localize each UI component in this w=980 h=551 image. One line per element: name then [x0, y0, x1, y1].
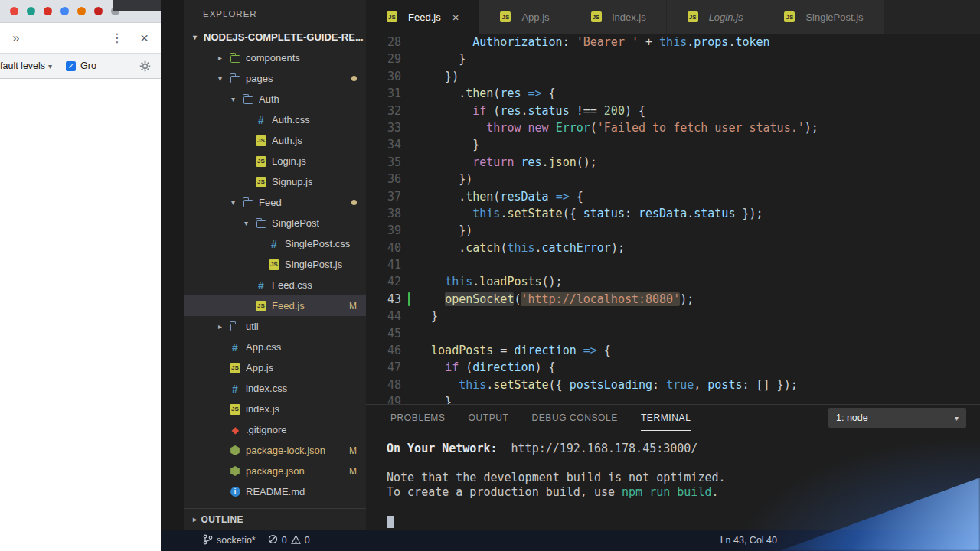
tree-item-Feed.js[interactable]: JSFeed.jsM: [184, 295, 366, 316]
problems-item[interactable]: 0 0: [268, 534, 310, 546]
gear-icon[interactable]: [139, 60, 151, 72]
code-token: status: [528, 104, 570, 118]
tree-item-Feed[interactable]: ▾Feed: [184, 192, 366, 213]
terminal-content[interactable]: On Your Network: http://192.168.178.45:3…: [366, 431, 980, 529]
code-line[interactable]: 46 loadPosts = direction => {: [366, 342, 980, 359]
code-line[interactable]: 36 }): [366, 171, 980, 187]
cursor-position[interactable]: Ln 43, Col 40: [720, 535, 777, 546]
log-levels-dropdown[interactable]: fault levels ▾: [0, 60, 52, 71]
line-number: 39: [366, 222, 417, 239]
git-branch-item[interactable]: socketio*: [203, 534, 256, 547]
line-number: 46: [366, 342, 417, 359]
panel-tab-terminal[interactable]: TERMINAL: [641, 405, 691, 431]
code-line[interactable]: 34 }: [366, 136, 980, 153]
tree-item-Feed.css[interactable]: #Feed.css: [184, 275, 366, 295]
group-checkbox-label[interactable]: Gro: [80, 60, 96, 71]
tree-item-index.js[interactable]: JSindex.js: [184, 399, 366, 419]
line-number: 42: [366, 273, 417, 290]
code-token: +: [639, 35, 659, 49]
code-line[interactable]: 28 Authorization: 'Bearer ' + this.props…: [366, 34, 980, 51]
tree-item-SinglePost[interactable]: ▾SinglePost: [184, 213, 366, 233]
tree-item-Login.js[interactable]: JSLogin.js: [184, 151, 366, 171]
close-icon[interactable]: ×: [452, 11, 459, 24]
tree-item-README.md[interactable]: iREADME.md: [184, 481, 366, 502]
tree-item-Auth.js[interactable]: JSAuth.js: [184, 130, 366, 151]
tree-item-components[interactable]: ▸components: [184, 47, 366, 68]
terminal-selector[interactable]: 1: node ▾: [828, 408, 966, 428]
code-token: props: [694, 35, 728, 49]
tree-item-pages[interactable]: ▾pages: [184, 68, 366, 89]
code-line[interactable]: 35 return res.json();: [366, 154, 980, 171]
tree-item-Auth[interactable]: ▾Auth: [184, 89, 366, 109]
line-number: 35: [366, 154, 417, 171]
code-line[interactable]: 29 }: [366, 51, 980, 67]
code-line[interactable]: 45: [366, 325, 980, 342]
code-line[interactable]: 44 }: [366, 308, 980, 324]
tree-item-SinglePost.css[interactable]: #SinglePost.css: [184, 233, 366, 254]
editor-code[interactable]: 28 Authorization: 'Bearer ' + this.props…: [366, 34, 980, 404]
favicon-4[interactable]: [60, 7, 69, 15]
tree-item-package-lock.json[interactable]: package-lock.jsonM: [184, 440, 366, 461]
code-line[interactable]: 43 openSocket('http://localhost:8080');: [366, 291, 980, 308]
file-tree: ▸components▾pages▾Auth#Auth.cssJSAuth.js…: [184, 47, 366, 508]
tab-Login.js[interactable]: JSLogin.js: [667, 0, 764, 34]
code-token: status: [694, 207, 735, 220]
code-line[interactable]: 37 .then(resData => {: [366, 188, 980, 205]
tab-App.js[interactable]: JSApp.js: [479, 0, 570, 34]
favicon-5[interactable]: [77, 7, 86, 15]
code-line[interactable]: 39 }): [366, 222, 980, 239]
code-line[interactable]: 32 if (res.status !== 200) {: [366, 103, 980, 119]
favicon-3[interactable]: [44, 7, 52, 15]
code-token: =>: [556, 190, 570, 204]
favicon-6[interactable]: [94, 7, 103, 15]
code-line[interactable]: 42 this.loadPosts();: [366, 273, 980, 290]
code-line[interactable]: 48 this.setState({ postsLoading: true, p…: [366, 377, 980, 393]
code-token: [417, 35, 472, 49]
js-file-icon: JS: [499, 11, 511, 23]
code-token: .: [542, 155, 549, 169]
code-token: }): [417, 172, 472, 186]
code-token: [417, 292, 445, 306]
tree-item-App.js[interactable]: JSApp.js: [184, 357, 366, 378]
tree-item-SinglePost.js[interactable]: JSSinglePost.js: [184, 254, 366, 275]
code-line[interactable]: 33 throw new Error('Failed to fetch user…: [366, 119, 980, 136]
overflow-tabs-icon[interactable]: »: [0, 31, 19, 46]
tree-item-Auth.css[interactable]: #Auth.css: [184, 109, 366, 130]
code-token: this: [459, 378, 486, 392]
npm-file-icon: [229, 445, 241, 457]
tab-index.js[interactable]: JSindex.js: [570, 0, 667, 34]
favicon-1[interactable]: [10, 7, 18, 15]
panel-tab-debug-console[interactable]: DEBUG CONSOLE: [531, 405, 618, 431]
panel-tab-problems[interactable]: PROBLEMS: [390, 405, 446, 431]
code-line[interactable]: 49 }: [366, 393, 980, 404]
panel-tab-output[interactable]: OUTPUT: [469, 405, 509, 431]
code-line[interactable]: 40 .catch(this.catchError);: [366, 240, 980, 256]
code-line[interactable]: 41: [366, 256, 980, 273]
group-checkbox[interactable]: ✓: [66, 61, 76, 71]
code-token: new: [528, 121, 549, 135]
tab-SinglePost.js[interactable]: JSSinglePost.js: [763, 0, 884, 34]
tree-item-label: pages: [246, 73, 273, 84]
code-line[interactable]: 31 .then(res => {: [366, 85, 980, 102]
code-line[interactable]: 30 }): [366, 68, 980, 85]
favicon-2[interactable]: [27, 7, 35, 15]
js-file-icon: JS: [229, 362, 241, 374]
code-text: }): [417, 171, 472, 187]
outline-section-header[interactable]: ▸ OUTLINE: [184, 508, 366, 530]
tree-item-App.css[interactable]: #App.css: [184, 337, 366, 357]
tree-item-Signup.js[interactable]: JSSignup.js: [184, 171, 366, 192]
tab-Feed.js[interactable]: JSFeed.js×: [366, 0, 479, 34]
code-token: !==: [570, 104, 604, 118]
code-token: direction: [472, 360, 534, 374]
code-token: ();: [577, 155, 597, 169]
js-file-icon: JS: [783, 11, 795, 23]
tree-item-.gitignore[interactable]: ◆.gitignore: [184, 419, 366, 440]
devtools-close-icon[interactable]: ×: [140, 30, 149, 47]
kebab-menu-icon[interactable]: ⋮: [111, 31, 123, 45]
code-line[interactable]: 38 this.setState({ status: resData.statu…: [366, 205, 980, 222]
project-section-header[interactable]: ▾ NODEJS-COMPLETE-GUIDE-RE...: [184, 27, 366, 47]
tree-item-util[interactable]: ▸util: [184, 316, 366, 337]
code-line[interactable]: 47 if (direction) {: [366, 359, 980, 376]
tree-item-package.json[interactable]: package.jsonM: [184, 461, 366, 481]
tree-item-index.css[interactable]: #index.css: [184, 378, 366, 399]
